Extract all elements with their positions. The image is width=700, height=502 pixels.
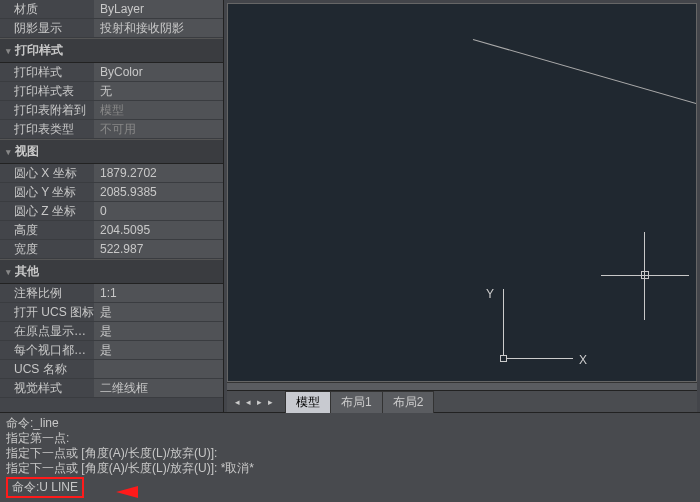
command-window[interactable]: 命令:_line 指定第一点: 指定下一点或 [角度(A)/长度(L)/放弃(U… [0, 412, 700, 502]
prop-row-material[interactable]: 材质 ByLayer [0, 0, 223, 19]
prop-label: 圆心 Z 坐标 [0, 203, 94, 220]
prop-row[interactable]: 打印表附着到 模型 [0, 101, 223, 120]
cmd-line: 命令:_line [6, 416, 694, 431]
cmd-line: 指定下一点或 [角度(A)/长度(L)/放弃(U)]: *取消* [6, 461, 694, 476]
prop-row-shadow[interactable]: 阴影显示 投射和接收阴影 [0, 19, 223, 38]
prop-value[interactable]: 2085.9385 [94, 183, 223, 201]
prop-row[interactable]: 圆心 Z 坐标 0 [0, 202, 223, 221]
cmd-current: 命令:U LINE [12, 480, 78, 494]
prop-row[interactable]: 打印样式表 无 [0, 82, 223, 101]
prop-value[interactable]: 二维线框 [94, 379, 223, 397]
prop-value[interactable]: ByColor [94, 63, 223, 81]
prop-row[interactable]: UCS 名称 [0, 360, 223, 379]
prop-row[interactable]: 高度 204.5095 [0, 221, 223, 240]
tab-prev-icon[interactable]: ◂ [244, 397, 253, 407]
prop-value[interactable]: 522.987 [94, 240, 223, 258]
layout-tab-bar: ◂ ◂ ▸ ▸ 模型 布局1 布局2 [227, 390, 697, 412]
cmd-line: 指定第一点: [6, 431, 694, 446]
prop-value[interactable] [94, 360, 223, 378]
prop-value[interactable]: 无 [94, 82, 223, 100]
prop-value[interactable]: 是 [94, 303, 223, 321]
prop-label: UCS 名称 [0, 361, 94, 378]
prop-row[interactable]: 宽度 522.987 [0, 240, 223, 259]
ucs-x-label: X [579, 353, 587, 367]
prop-value[interactable]: 是 [94, 322, 223, 340]
prop-row[interactable]: 打开 UCS 图标 是 [0, 303, 223, 322]
prop-label: 每个视口都… [0, 342, 94, 359]
prop-label: 视觉样式 [0, 380, 94, 397]
prop-label: 高度 [0, 222, 94, 239]
prop-label: 打印表类型 [0, 121, 94, 138]
tab-model[interactable]: 模型 [285, 391, 331, 413]
tab-layout1[interactable]: 布局1 [330, 391, 383, 413]
prop-value[interactable]: ByLayer [94, 0, 223, 18]
drawing-viewport[interactable]: Y X [227, 3, 697, 382]
pickbox-icon [641, 271, 649, 279]
tab-layout2[interactable]: 布局2 [382, 391, 435, 413]
prop-label: 打开 UCS 图标 [0, 304, 94, 321]
cmd-line: 指定下一点或 [角度(A)/长度(L)/放弃(U)]: [6, 446, 694, 461]
prop-value[interactable]: 204.5095 [94, 221, 223, 239]
prop-label: 材质 [0, 1, 94, 18]
prop-value[interactable]: 投射和接收阴影 [94, 19, 223, 37]
prop-row[interactable]: 圆心 Y 坐标 2085.9385 [0, 183, 223, 202]
prop-label: 圆心 Y 坐标 [0, 184, 94, 201]
prop-row[interactable]: 在原点显示… 是 [0, 322, 223, 341]
prop-value[interactable]: 0 [94, 202, 223, 220]
prop-value[interactable]: 是 [94, 341, 223, 359]
prop-row[interactable]: 打印表类型 不可用 [0, 120, 223, 139]
prop-row[interactable]: 打印样式 ByColor [0, 63, 223, 82]
prop-label: 宽度 [0, 241, 94, 258]
highlight-box: 命令:U LINE [6, 477, 84, 498]
ucs-y-label: Y [486, 287, 494, 301]
tab-last-icon[interactable]: ▸ [266, 397, 275, 407]
prop-value[interactable]: 不可用 [94, 120, 223, 138]
prop-label: 注释比例 [0, 285, 94, 302]
prop-value[interactable]: 模型 [94, 101, 223, 119]
properties-panel: 材质 ByLayer 阴影显示 投射和接收阴影 打印样式 打印样式 ByColo… [0, 0, 224, 412]
prop-row[interactable]: 每个视口都… 是 [0, 341, 223, 360]
annotation-arrow-icon [110, 486, 138, 498]
prop-value[interactable]: 1:1 [94, 284, 223, 302]
scrollbar-horizontal[interactable] [227, 382, 697, 390]
prop-row[interactable]: 圆心 X 坐标 1879.2702 [0, 164, 223, 183]
prop-label: 圆心 X 坐标 [0, 165, 94, 182]
prop-row[interactable]: 注释比例 1:1 [0, 284, 223, 303]
section-other[interactable]: 其他 [0, 259, 223, 284]
prop-label: 在原点显示… [0, 323, 94, 340]
prop-label: 阴影显示 [0, 20, 94, 37]
prop-label: 打印样式 [0, 64, 94, 81]
section-view[interactable]: 视图 [0, 139, 223, 164]
viewport-frame: Y X ◂ ◂ ▸ ▸ 模型 布局1 布局2 [224, 0, 700, 412]
prop-value[interactable]: 1879.2702 [94, 164, 223, 182]
tab-first-icon[interactable]: ◂ [233, 397, 242, 407]
drawn-line [473, 39, 697, 172]
prop-row[interactable]: 视觉样式 二维线框 [0, 379, 223, 398]
tab-nav-controls: ◂ ◂ ▸ ▸ [227, 397, 281, 407]
tab-next-icon[interactable]: ▸ [255, 397, 264, 407]
prop-label: 打印样式表 [0, 83, 94, 100]
prop-label: 打印表附着到 [0, 102, 94, 119]
section-print-style[interactable]: 打印样式 [0, 38, 223, 63]
